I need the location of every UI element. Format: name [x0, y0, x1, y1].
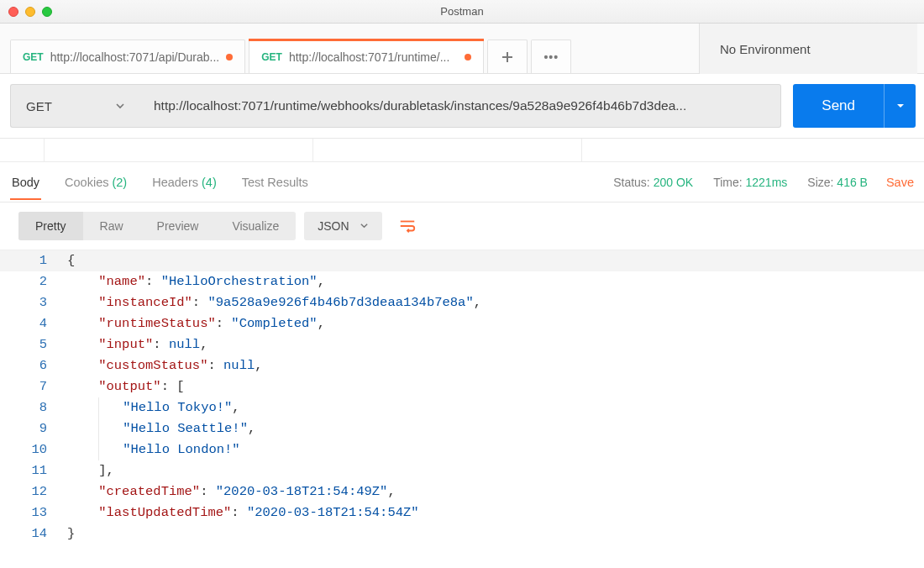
code-content: "Hello London!": [67, 439, 240, 460]
line-number: 2: [0, 271, 67, 292]
response-body-code[interactable]: 1{2 "name": "HelloOrchestration",3 "inst…: [0, 250, 924, 544]
code-content: "runtimeStatus": "Completed",: [67, 313, 325, 334]
window-titlebar: Postman: [0, 0, 924, 24]
body-toolbar: Pretty Raw Preview Visualize JSON: [0, 202, 924, 250]
tab-test-results[interactable]: Test Results: [240, 166, 310, 199]
code-content: "customStatus": null,: [67, 355, 263, 376]
view-preview[interactable]: Preview: [140, 212, 216, 240]
line-number: 8: [0, 397, 67, 418]
line-number: 9: [0, 418, 67, 439]
tab-method: GET: [261, 51, 282, 63]
line-number: 11: [0, 460, 67, 481]
time-meta: Time: 1221ms: [713, 176, 787, 189]
response-header-row: Body Cookies(2) Headers(4) Test Results …: [0, 162, 924, 202]
view-raw[interactable]: Raw: [83, 212, 140, 240]
code-content: "name": "HelloOrchestration",: [67, 271, 325, 292]
http-method-select[interactable]: GET: [10, 84, 140, 128]
unsaved-dot-icon: [465, 54, 471, 60]
code-line: 10 "Hello London!": [0, 439, 924, 460]
line-number: 13: [0, 502, 67, 523]
unsaved-dot-icon: [226, 54, 233, 60]
code-line: 8 "Hello Tokyo!",: [0, 397, 924, 418]
code-content: "input": null,: [67, 334, 207, 355]
size-meta: Size: 416 B: [807, 176, 868, 189]
tab-cookies[interactable]: Cookies(2): [63, 166, 129, 199]
tab-title: http://localhost:7071/runtime/...: [289, 50, 458, 64]
line-number: 14: [0, 523, 67, 544]
tab-headers[interactable]: Headers(4): [150, 166, 218, 199]
code-line: 13 "lastUpdatedTime": "2020-03-18T21:54:…: [0, 502, 924, 523]
line-number: 3: [0, 292, 67, 313]
code-content: ],: [67, 460, 114, 481]
window-close-button[interactable]: [8, 7, 18, 17]
code-line: 12 "createdTime": "2020-03-18T21:54:49Z"…: [0, 481, 924, 502]
tabs-more-button[interactable]: •••: [531, 39, 571, 73]
request-url-row: GET http://localhost:7071/runtime/webhoo…: [0, 74, 924, 139]
environment-selector[interactable]: No Environment: [699, 24, 917, 74]
request-url-value: http://localhost:7071/runtime/webhooks/d…: [154, 98, 686, 113]
code-line: 9 "Hello Seattle!",: [0, 418, 924, 439]
code-content: "lastUpdatedTime": "2020-03-18T21:54:54Z…: [67, 502, 419, 523]
code-content: "createdTime": "2020-03-18T21:54:49Z",: [67, 481, 396, 502]
code-line: 1{: [0, 250, 924, 271]
code-line: 2 "name": "HelloOrchestration",: [0, 271, 924, 292]
tab-method: GET: [23, 51, 44, 63]
line-number: 12: [0, 481, 67, 502]
request-tabs-row: GEThttp://localhost:7071/api/Durab...GET…: [0, 24, 924, 74]
tab-title: http://localhost:7071/api/Durab...: [50, 50, 220, 64]
code-content: "Hello Seattle!",: [67, 418, 255, 439]
section-divider: [0, 139, 924, 162]
line-number: 7: [0, 376, 67, 397]
http-method-value: GET: [26, 99, 52, 113]
code-line: 5 "input": null,: [0, 334, 924, 355]
code-line: 6 "customStatus": null,: [0, 355, 924, 376]
view-mode-group: Pretty Raw Preview Visualize: [18, 212, 296, 240]
line-number: 4: [0, 313, 67, 334]
code-line: 11 ],: [0, 460, 924, 481]
send-button[interactable]: Send: [793, 84, 884, 128]
view-visualize[interactable]: Visualize: [215, 212, 296, 240]
code-content: "output": [: [67, 376, 185, 397]
window-maximize-button[interactable]: [42, 7, 52, 17]
view-pretty[interactable]: Pretty: [18, 212, 83, 240]
request-tab[interactable]: GEThttp://localhost:7071/api/Durab...: [10, 39, 245, 73]
chevron-down-icon: [360, 219, 369, 233]
code-content: }: [67, 523, 75, 544]
status-meta: Status: 200 OK: [613, 176, 693, 189]
line-number: 6: [0, 355, 67, 376]
code-content: "Hello Tokyo!",: [67, 397, 240, 418]
new-tab-button[interactable]: [487, 39, 528, 73]
request-tab[interactable]: GEThttp://localhost:7071/runtime/...: [249, 39, 484, 73]
code-line: 3 "instanceId": "9a528a9e926f4b46b7d3dea…: [0, 292, 924, 313]
tab-body[interactable]: Body: [10, 166, 41, 199]
format-value: JSON: [318, 219, 349, 233]
code-line: 4 "runtimeStatus": "Completed",: [0, 313, 924, 334]
code-content: "instanceId": "9a528a9e926f4b46b7d3deaa1…: [67, 292, 481, 313]
code-line: 14}: [0, 523, 924, 544]
wrap-lines-button[interactable]: [391, 211, 424, 241]
window-title: Postman: [440, 5, 483, 18]
code-line: 7 "output": [: [0, 376, 924, 397]
line-number: 10: [0, 439, 67, 460]
line-number: 5: [0, 334, 67, 355]
save-response-button[interactable]: Save: [886, 176, 914, 189]
environment-label: No Environment: [720, 42, 811, 56]
window-minimize-button[interactable]: [25, 7, 35, 17]
request-url-input[interactable]: http://localhost:7071/runtime/webhooks/d…: [140, 84, 781, 128]
format-select[interactable]: JSON: [304, 212, 381, 240]
chevron-down-icon: [115, 99, 125, 113]
code-content: {: [67, 250, 75, 271]
line-number: 1: [0, 250, 67, 271]
send-dropdown-button[interactable]: [884, 84, 916, 128]
